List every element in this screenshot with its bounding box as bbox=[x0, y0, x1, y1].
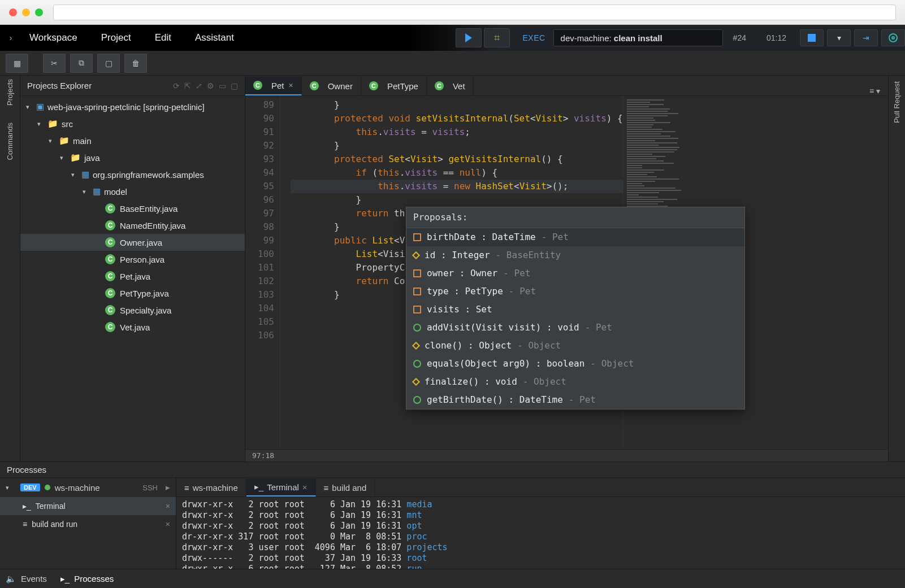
gear-icon[interactable]: ⚙ bbox=[207, 81, 214, 90]
tree-java[interactable]: ▾ 📁 java bbox=[20, 149, 245, 166]
list-icon: ≡ bbox=[23, 520, 27, 529]
menu-project[interactable]: Project bbox=[101, 32, 131, 43]
diamond-icon bbox=[412, 342, 420, 350]
command-text: clean install bbox=[614, 33, 662, 43]
class-icon: C bbox=[105, 322, 115, 332]
file-label: NamedEntity.java bbox=[120, 221, 185, 230]
proposal-item[interactable]: addVisit(Visit visit) : void - Pet bbox=[406, 319, 744, 337]
terminal-output[interactable]: drwxr-xr-x 2 root root 6 Jan 19 16:31 me… bbox=[176, 497, 905, 569]
term-tab-build[interactable]: ≡ build and bbox=[316, 478, 375, 496]
min-icon[interactable]: ▭ bbox=[219, 81, 226, 90]
play-icon bbox=[465, 33, 472, 42]
tree-src[interactable]: ▾ 📁 src bbox=[20, 115, 245, 132]
debug-button[interactable]: ⌗ bbox=[484, 28, 510, 47]
tree-main[interactable]: ▾ 📁 main bbox=[20, 132, 245, 149]
close-icon[interactable]: × bbox=[166, 502, 170, 511]
proposal-item[interactable]: id : Integer - BaseEntity bbox=[406, 246, 744, 264]
menu-edit[interactable]: Edit bbox=[155, 32, 171, 43]
editor-tab[interactable]: COwner bbox=[302, 76, 361, 95]
copy-button[interactable]: ⧉ bbox=[70, 54, 93, 73]
tree-file[interactable]: CSpecialty.java bbox=[20, 302, 245, 319]
proposal-item[interactable]: birthDate : DateTime - Pet bbox=[406, 228, 744, 246]
paste-button[interactable]: ▢ bbox=[97, 54, 120, 73]
close-icon[interactable]: × bbox=[166, 520, 170, 529]
rail-pull-request[interactable]: Pull Request bbox=[893, 81, 901, 123]
rail-commands[interactable]: Commands bbox=[6, 123, 14, 160]
tree-file[interactable]: COwner.java bbox=[20, 234, 245, 251]
proposal-text: addVisit(Visit visit) : void bbox=[427, 321, 579, 334]
class-icon: C bbox=[435, 81, 444, 90]
autocomplete-popup[interactable]: Proposals: birthDate : DateTime - Petid … bbox=[406, 207, 745, 410]
proposal-item[interactable]: equals(Object arg0) : boolean - Object bbox=[406, 355, 744, 373]
delete-button[interactable]: 🗑 bbox=[124, 54, 147, 73]
circle-icon bbox=[413, 360, 421, 368]
code-area[interactable]: 8990919293949596979899100101102103104105… bbox=[245, 96, 888, 449]
chevron-right-icon[interactable]: › bbox=[0, 25, 21, 51]
class-icon: C bbox=[310, 81, 319, 90]
square-icon bbox=[413, 306, 421, 313]
toolbar: ▦ ✂ ⧉ ▢ 🗑 bbox=[0, 51, 905, 76]
tree-model[interactable]: ▾ ▦ model bbox=[20, 183, 245, 200]
close-icon[interactable]: × bbox=[302, 482, 308, 492]
editor-tab[interactable]: CPet× bbox=[245, 76, 302, 95]
status-processes[interactable]: ▸_ Processes bbox=[60, 574, 114, 584]
file-label: Specialty.java bbox=[120, 306, 171, 315]
square-icon bbox=[413, 288, 421, 295]
tree-project[interactable]: ▾ ▣ web-java-spring-petclinic [spring-pe… bbox=[20, 98, 245, 115]
split-icon: ⇥ bbox=[863, 33, 869, 42]
menu-assistant[interactable]: Assistant bbox=[195, 32, 234, 43]
minimize-window-icon[interactable] bbox=[22, 8, 30, 16]
proposal-item[interactable]: owner : Owner - Pet bbox=[406, 264, 744, 282]
close-icon[interactable]: × bbox=[289, 81, 293, 90]
term-tab-terminal[interactable]: ▸_ Terminal × bbox=[246, 478, 316, 496]
tree-file[interactable]: CNamedEntity.java bbox=[20, 217, 245, 234]
process-item-terminal[interactable]: ▸_ Terminal × bbox=[0, 497, 176, 515]
address-bar[interactable] bbox=[53, 5, 896, 20]
clipboard-icon: ▢ bbox=[105, 59, 112, 68]
tree-file[interactable]: CPerson.java bbox=[20, 251, 245, 268]
refresh-icon[interactable]: ⟳ bbox=[173, 81, 180, 90]
max-icon[interactable]: ▢ bbox=[231, 81, 238, 90]
file-tree[interactable]: ▾ ▣ web-java-spring-petclinic [spring-pe… bbox=[20, 96, 245, 461]
menu-workspace[interactable]: Workspace bbox=[29, 32, 77, 43]
proposal-origin: - Pet bbox=[542, 230, 569, 244]
terminal-icon[interactable]: ▸ bbox=[166, 482, 170, 493]
status-events[interactable]: 🔈 Events bbox=[6, 574, 47, 584]
machine-row[interactable]: ▾ DEV ws-machine SSH ▸ bbox=[0, 478, 176, 497]
new-file-button[interactable]: ▦ bbox=[6, 54, 28, 73]
class-icon: C bbox=[105, 220, 115, 230]
collapse-icon[interactable]: ⇱ bbox=[184, 81, 191, 90]
dropdown-button[interactable]: ▾ bbox=[827, 29, 851, 46]
proposal-item[interactable]: clone() : Object - Object bbox=[406, 337, 744, 355]
split-button[interactable]: ⇥ bbox=[854, 29, 878, 46]
proposal-item[interactable]: getBirthDate() : DateTime - Pet bbox=[406, 391, 744, 409]
editor: CPet×COwnerCPetTypeCVet ≡ ▾ 899091929394… bbox=[245, 76, 888, 461]
tab-label: build and bbox=[332, 483, 366, 493]
run-button[interactable] bbox=[456, 28, 482, 47]
tree-file[interactable]: CBaseEntity.java bbox=[20, 200, 245, 217]
copy-icon: ⧉ bbox=[79, 58, 84, 68]
right-rail: Pull Request bbox=[888, 76, 905, 461]
maximize-window-icon[interactable] bbox=[35, 8, 43, 16]
editor-menu-button[interactable]: ≡ ▾ bbox=[861, 86, 888, 95]
tree-file[interactable]: CVet.java bbox=[20, 319, 245, 336]
editor-tab[interactable]: CPetType bbox=[361, 76, 427, 95]
tree-file[interactable]: CPetType.java bbox=[20, 285, 245, 302]
cut-button[interactable]: ✂ bbox=[43, 54, 66, 73]
close-window-icon[interactable] bbox=[9, 8, 17, 16]
square-icon bbox=[413, 233, 421, 241]
editor-tab[interactable]: CVet bbox=[427, 76, 474, 95]
link-icon[interactable]: ⤢ bbox=[196, 81, 202, 90]
command-box[interactable]: dev-machine: clean install bbox=[553, 29, 723, 46]
process-item-build[interactable]: ≡ build and run × bbox=[0, 515, 176, 533]
term-tab-ws[interactable]: ≡ ws-machine bbox=[176, 478, 246, 496]
tree-package[interactable]: ▾ ▦ org.springframework.samples bbox=[20, 166, 245, 183]
proposal-item[interactable]: finalize() : void - Object bbox=[406, 373, 744, 391]
target-button[interactable] bbox=[881, 29, 905, 46]
rail-projects[interactable]: Projects bbox=[6, 79, 14, 106]
tree-file[interactable]: CPet.java bbox=[20, 268, 245, 285]
proposal-item[interactable]: visits : Set bbox=[406, 300, 744, 319]
proposal-item[interactable]: type : PetType - Pet bbox=[406, 282, 744, 300]
proposal-origin: - Object bbox=[523, 375, 566, 389]
stop-button[interactable] bbox=[800, 29, 824, 46]
